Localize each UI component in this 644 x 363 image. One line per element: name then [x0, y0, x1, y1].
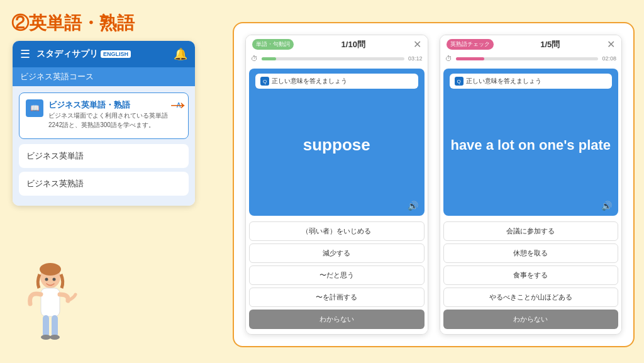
timer-icon-2: ⏱	[445, 55, 452, 62]
answer-option-2-1[interactable]: 休憩を取る	[443, 243, 619, 263]
time-label-2: 02:08	[602, 55, 616, 62]
phone-header-1: 単語・句動詞 1/10問 ✕	[246, 35, 428, 53]
progress-bar-row-2: ⏱ 02:08	[440, 53, 622, 65]
svg-point-5	[41, 335, 51, 340]
word-display-1: suppose	[255, 94, 418, 197]
answer-unknown-2[interactable]: わからない	[443, 310, 619, 329]
word-text-2: have a lot on one's plate	[450, 137, 611, 155]
prompt-icon-1: Q	[260, 77, 269, 86]
answer-option-1-0[interactable]: （弱い者）をいじめる	[249, 221, 425, 241]
svg-point-7	[45, 278, 48, 281]
answer-option-1-1[interactable]: 減少する	[249, 243, 425, 263]
hamburger-icon[interactable]: ☰	[20, 47, 30, 61]
time-label-1: 03:12	[408, 55, 423, 62]
progress-bar-fill-2	[456, 57, 484, 60]
app-card-vocabulary[interactable]: 📖 ビジネス英単語・熟語 ビジネス場面でよく利用されている英単語 2242語と、…	[19, 92, 189, 139]
progress-counter-1: 1/10問	[299, 39, 408, 50]
arrow-icon: →	[167, 91, 189, 118]
answer-option-1-3[interactable]: 〜を計画する	[249, 288, 425, 307]
svg-point-6	[50, 335, 60, 340]
menu-item-idioms[interactable]: ビジネス英熟語	[19, 172, 189, 196]
answer-option-2-3[interactable]: やるべきことが山ほどある	[443, 288, 619, 307]
card-title: ビジネス英単語・熟語	[48, 99, 170, 111]
progress-bar-track-2	[456, 57, 599, 60]
english-badge: ENGLISH	[101, 50, 131, 58]
progress-badge-2: 英熟語チェック	[447, 39, 494, 50]
svg-rect-3	[43, 315, 49, 337]
answer-option-2-2[interactable]: 食事をする	[443, 265, 619, 285]
svg-rect-2	[41, 288, 60, 316]
phone-mockup-2: 英熟語チェック 1/5問 ✕ ⏱ 02:08 Q 正しい意味を答えましょう ha…	[440, 35, 623, 335]
progress-badge-1: 単語・句動詞	[252, 39, 294, 50]
prompt-icon-2: Q	[455, 77, 464, 86]
word-text-1: suppose	[303, 135, 370, 156]
app-card-header: 📖 ビジネス英単語・熟語 ビジネス場面でよく利用されている英単語 2242語と、…	[26, 99, 182, 130]
page-title: ②英単語・熟語	[11, 11, 135, 35]
main-container: 単語・句動詞 1/10問 ✕ ⏱ 03:12 Q 正しい意味を答えましょう su…	[233, 22, 635, 347]
question-prompt-2: Q 正しい意味を答えましょう	[450, 74, 613, 89]
card-icon: 📖	[26, 99, 43, 117]
character-illustration	[19, 263, 82, 354]
phone-mockup-1: 単語・句動詞 1/10問 ✕ ⏱ 03:12 Q 正しい意味を答えましょう su…	[245, 35, 428, 335]
timer-icon-1: ⏱	[251, 55, 258, 62]
question-card-2: Q 正しい意味を答えましょう have a lot on one's plate…	[443, 69, 619, 216]
menu-item-vocabulary[interactable]: ビジネス英単語	[19, 144, 189, 168]
app-breadcrumb: ビジネス英語コース	[13, 67, 195, 86]
app-header: ☰ スタディサプリ ENGLISH 🔔	[13, 41, 195, 67]
phone-header-2: 英熟語チェック 1/5問 ✕	[440, 35, 622, 53]
app-mockup: ☰ スタディサプリ ENGLISH 🔔 ビジネス英語コース 📖 ビジネス英単語・…	[13, 41, 195, 206]
answers-section-2: 会議に参加する 休憩を取る 食事をする やるべきことが山ほどある わからない	[440, 219, 622, 334]
progress-counter-2: 1/5問	[499, 39, 602, 50]
answers-section-1: （弱い者）をいじめる 減少する 〜だと思う 〜を計画する わからない	[246, 219, 428, 334]
bell-icon[interactable]: 🔔	[174, 47, 187, 61]
sound-icon-1[interactable]: 🔊	[408, 201, 418, 211]
progress-bar-row-1: ⏱ 03:12	[246, 53, 428, 65]
app-logo: スタディサプリ ENGLISH	[36, 48, 167, 60]
answer-option-2-0[interactable]: 会議に参加する	[443, 221, 619, 241]
answer-option-1-2[interactable]: 〜だと思う	[249, 265, 425, 285]
answer-unknown-1[interactable]: わからない	[249, 310, 425, 329]
word-display-2: have a lot on one's plate	[450, 94, 613, 197]
svg-rect-4	[52, 315, 58, 337]
svg-point-1	[40, 263, 61, 276]
progress-bar-fill-1	[262, 57, 276, 60]
sound-icon-2[interactable]: 🔊	[601, 201, 612, 211]
question-card-1: Q 正しい意味を答えましょう suppose 🔊	[249, 69, 425, 216]
card-desc: ビジネス場面でよく利用されている英単語 2242語と、英熟語300語を学べます。	[48, 111, 170, 130]
svg-point-8	[53, 278, 56, 281]
close-button-2[interactable]: ✕	[607, 38, 615, 50]
close-button-1[interactable]: ✕	[413, 38, 421, 50]
question-prompt-1: Q 正しい意味を答えましょう	[255, 74, 418, 89]
progress-bar-track-1	[262, 57, 404, 60]
